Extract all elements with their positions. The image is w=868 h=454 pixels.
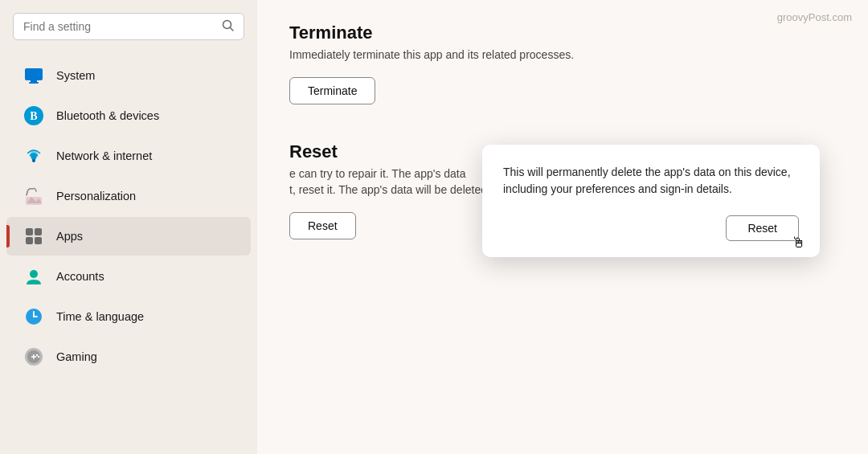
network-icon (23, 145, 45, 167)
svg-rect-10 (26, 228, 33, 235)
sidebar-item-apps[interactable]: Apps (6, 217, 251, 256)
svg-line-1 (231, 28, 234, 31)
time-icon (23, 305, 45, 328)
dialog-buttons: Reset 🖱 (503, 215, 799, 241)
sidebar: System B Bluetooth & devices (0, 0, 257, 454)
sidebar-item-label: Apps (56, 230, 83, 243)
svg-point-7 (32, 159, 35, 162)
sidebar-item-system[interactable]: System (6, 56, 251, 95)
sidebar-item-label: Time & language (56, 310, 144, 323)
svg-point-22 (36, 354, 38, 356)
confirm-dialog: This will permanently delete the app's d… (482, 145, 820, 257)
main-content: groovyPost.com Terminate Immediately ter… (257, 0, 868, 454)
svg-rect-2 (25, 68, 43, 80)
sidebar-item-personalization[interactable]: Personalization (6, 177, 251, 215)
accounts-icon (23, 265, 45, 288)
dialog-reset-button[interactable]: Reset 🖱 (726, 215, 799, 241)
svg-rect-13 (35, 237, 42, 244)
gaming-icon (23, 346, 45, 368)
svg-text:B: B (30, 110, 37, 122)
svg-rect-11 (35, 228, 42, 235)
sidebar-item-bluetooth[interactable]: B Bluetooth & devices (6, 96, 251, 135)
system-icon (23, 64, 45, 87)
sidebar-item-label: Accounts (56, 270, 104, 283)
dialog-text: This will permanently delete the app's d… (503, 164, 799, 198)
sidebar-item-accounts[interactable]: Accounts (6, 257, 251, 296)
search-icon (222, 19, 234, 34)
svg-rect-12 (26, 237, 33, 244)
apps-icon (23, 225, 45, 247)
bluetooth-icon: B (23, 104, 45, 127)
svg-point-14 (30, 270, 38, 278)
cursor-icon: 🖱 (792, 235, 806, 252)
svg-line-9 (27, 192, 27, 195)
sidebar-item-label: Network & internet (56, 149, 152, 162)
sidebar-item-network[interactable]: Network & internet (6, 137, 251, 175)
sidebar-item-label: System (56, 69, 95, 82)
sidebar-item-label: Personalization (56, 190, 136, 202)
svg-rect-4 (29, 82, 39, 84)
personalization-icon (23, 185, 45, 207)
sidebar-item-gaming[interactable]: Gaming (6, 337, 251, 376)
search-input[interactable] (23, 20, 215, 33)
dialog-overlay: This will permanently delete the app's d… (257, 0, 868, 454)
svg-rect-3 (31, 80, 37, 82)
sidebar-item-time[interactable]: Time & language (6, 297, 251, 336)
sidebar-item-label: Bluetooth & devices (56, 109, 159, 122)
search-box[interactable] (13, 13, 244, 40)
sidebar-item-label: Gaming (56, 350, 97, 363)
svg-point-23 (38, 356, 39, 358)
